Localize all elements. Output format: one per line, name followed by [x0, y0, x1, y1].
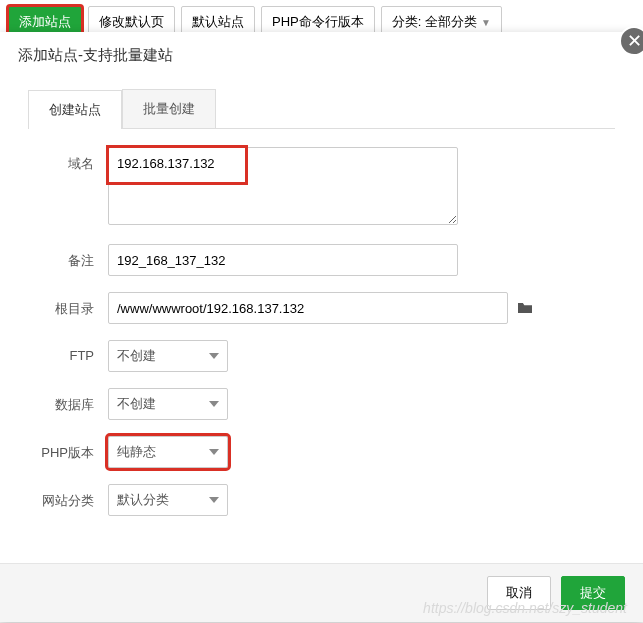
ftp-select[interactable]: 不创建 [108, 340, 228, 372]
database-select[interactable]: 不创建 [108, 388, 228, 420]
label-domain: 域名 [28, 147, 108, 173]
category-filter-label: 分类: 全部分类 [392, 14, 477, 29]
label-root: 根目录 [28, 292, 108, 318]
database-select-value: 不创建 [117, 395, 209, 413]
cancel-button[interactable]: 取消 [487, 576, 551, 610]
submit-button[interactable]: 提交 [561, 576, 625, 610]
site-category-select-value: 默认分类 [117, 491, 209, 509]
modal-title: 添加站点-支持批量建站 [0, 32, 643, 79]
close-icon: ✕ [627, 30, 642, 52]
tab-bar: 创建站点 批量创建 [28, 89, 615, 129]
chevron-down-icon [209, 353, 219, 359]
tab-batch-create[interactable]: 批量创建 [122, 89, 216, 128]
add-site-modal: ✕ 添加站点-支持批量建站 创建站点 批量创建 域名 备注 根目录 [0, 32, 643, 622]
label-ftp: FTP [28, 340, 108, 363]
tab-create-site[interactable]: 创建站点 [28, 90, 122, 129]
php-version-select[interactable]: 纯静态 [108, 436, 228, 468]
folder-icon[interactable] [516, 301, 534, 315]
modal-footer: 取消 提交 [0, 563, 643, 622]
chevron-down-icon [209, 449, 219, 455]
label-remark: 备注 [28, 244, 108, 270]
close-button[interactable]: ✕ [619, 26, 643, 56]
remark-input[interactable] [108, 244, 458, 276]
site-category-select[interactable]: 默认分类 [108, 484, 228, 516]
chevron-down-icon [209, 497, 219, 503]
form-body: 域名 备注 根目录 FTP [0, 129, 643, 542]
php-version-select-value: 纯静态 [117, 443, 209, 461]
chevron-down-icon: ▼ [481, 17, 491, 28]
chevron-down-icon [209, 401, 219, 407]
ftp-select-value: 不创建 [117, 347, 209, 365]
label-php-version: PHP版本 [28, 436, 108, 462]
domain-textarea[interactable] [108, 147, 458, 225]
root-dir-input[interactable] [108, 292, 508, 324]
label-site-category: 网站分类 [28, 484, 108, 510]
label-database: 数据库 [28, 388, 108, 414]
